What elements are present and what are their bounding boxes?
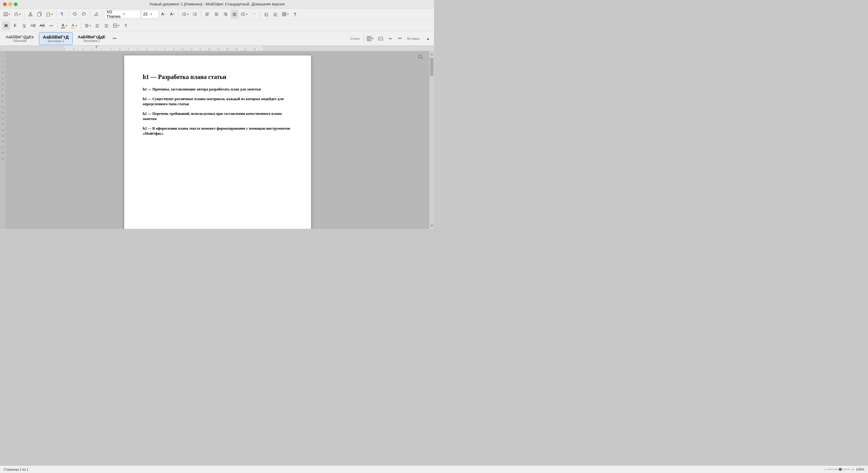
style-heading1[interactable]: АаБбВвГтД Заголовок 1 xyxy=(39,32,73,45)
right-scrollbar[interactable] xyxy=(430,51,434,229)
style-normal-label: Обычный xyxy=(13,39,26,42)
line-1: 1 xyxy=(2,53,3,58)
minimize-button[interactable] xyxy=(8,2,12,6)
doc-para-2[interactable]: h2 — Существуют различные планы материал… xyxy=(143,96,292,107)
line-14: 14 xyxy=(1,127,4,132)
line-7: 7 xyxy=(2,87,3,93)
sep2 xyxy=(56,10,56,19)
bullet-list-button[interactable]: ▾ xyxy=(180,10,190,19)
clear-format-button[interactable] xyxy=(92,10,100,19)
line-6: 6 xyxy=(2,81,3,87)
maximize-button[interactable] xyxy=(14,2,18,6)
print-button[interactable]: ▾ xyxy=(12,10,22,19)
insert-section-label: Вставка xyxy=(405,37,421,40)
strikethrough-button[interactable]: АВ xyxy=(38,21,46,30)
size-dropdown-arrow: ▾ xyxy=(151,13,157,16)
cut-button[interactable] xyxy=(26,10,35,19)
style-heading2[interactable]: АаБбВвГтДдЕ Заголовок 2 xyxy=(74,32,109,45)
svg-rect-4 xyxy=(16,12,17,14)
undo-button[interactable] xyxy=(70,10,79,19)
toolbar-row2: Ж К Ч АВ АВ ••• A ▾ A xyxy=(0,20,434,31)
svg-rect-10 xyxy=(47,13,50,16)
svg-point-15 xyxy=(182,12,183,13)
indent-left-button[interactable] xyxy=(93,21,101,30)
italic-button[interactable]: К xyxy=(11,21,19,30)
more-format-button[interactable]: ••• xyxy=(47,21,56,30)
list-indent-button[interactable]: ▾ xyxy=(83,21,93,30)
doc-para-4[interactable]: h2 — В оформлении плана текста поможет ф… xyxy=(143,126,292,137)
save-button[interactable]: ▾ xyxy=(2,10,12,19)
toolbar: ▾ ▾ ▾ xyxy=(0,8,434,46)
svg-rect-9 xyxy=(38,13,40,16)
scroll-track[interactable] xyxy=(430,57,434,223)
copy-button[interactable] xyxy=(35,10,44,19)
align-left-button[interactable] xyxy=(203,10,212,19)
line-12: 12 xyxy=(1,115,4,121)
show-formatting-button[interactable]: ¶ xyxy=(122,21,130,30)
format-painter-button[interactable] xyxy=(58,10,67,19)
collapse-toolbar-button[interactable]: ▲ xyxy=(424,34,432,43)
page[interactable]: h1 — Разработка плана статьи h2 — Причин… xyxy=(124,56,311,229)
font-size-decrease-button[interactable]: A− xyxy=(160,10,168,19)
line-17: 17 xyxy=(1,144,4,150)
svg-rect-70 xyxy=(367,36,371,40)
font-name: XO Thames xyxy=(106,10,122,19)
paragraph-mark-button[interactable]: ¶ xyxy=(291,10,299,19)
main-area: 1 2 3 4 5 6 7 8 9 10 11 12 13 14 15 16 1… xyxy=(0,51,434,229)
underline-button[interactable]: Ч xyxy=(20,21,28,30)
font-color-button[interactable]: A ▾ xyxy=(59,21,69,30)
scroll-thumb[interactable] xyxy=(430,58,433,76)
close-button[interactable] xyxy=(3,2,7,6)
style-normal[interactable]: АаБбВвГтДдЕе Обычный xyxy=(2,32,38,45)
table-cell-button[interactable]: ▾ xyxy=(111,21,121,30)
highlight-button[interactable]: A ▾ xyxy=(69,21,79,30)
scroll-up-button[interactable] xyxy=(430,51,434,57)
font-dropdown-arrow: ▾ xyxy=(123,12,138,16)
insert-table-button[interactable]: ▾ xyxy=(365,34,375,43)
font-size-selector[interactable]: 22 ▾ xyxy=(141,10,159,19)
scroll-down-button[interactable] xyxy=(430,223,434,229)
insert-image-button[interactable] xyxy=(376,34,385,43)
align-center-button[interactable] xyxy=(212,10,221,19)
window-title: Новый документ 1 [Изменен] - МойОфис Ста… xyxy=(150,2,284,6)
line-15: 15 xyxy=(1,132,4,138)
font-size: 22 xyxy=(143,12,150,16)
indent-increase-button[interactable] xyxy=(271,10,280,19)
insert-link-button[interactable] xyxy=(386,34,395,43)
line-numbers: 1 2 3 4 5 6 7 8 9 10 11 12 13 14 15 16 1… xyxy=(0,51,5,229)
ruler: -4 -3 -2 -1 1 2 3 4 5 6 7 8 9 10 11 12 1… xyxy=(0,46,434,51)
redo-button[interactable] xyxy=(80,10,88,19)
more-insert-button[interactable]: ••• xyxy=(396,34,404,43)
doc-heading1[interactable]: h1 — Разработка плана статьи xyxy=(143,73,292,81)
doc-para-1[interactable]: h2 — Причины, заставляющие автора разраб… xyxy=(143,87,292,92)
svg-text:3.: 3. xyxy=(193,14,194,16)
doc-canvas[interactable]: h1 — Разработка плана статьи h2 — Причин… xyxy=(5,51,430,229)
line-10: 10 xyxy=(1,104,4,110)
line-spacing-button[interactable]: ▾ xyxy=(239,10,249,19)
svg-point-147 xyxy=(418,55,422,58)
uppercase-button[interactable]: АВ xyxy=(29,21,37,30)
font-selector[interactable]: XO Thames ▾ xyxy=(104,10,141,19)
numbered-list-button[interactable]: 1.2.3. xyxy=(191,10,199,19)
bold-button[interactable]: Ж xyxy=(2,21,10,30)
font-size-increase-button[interactable]: A+ xyxy=(168,10,177,19)
svg-rect-11 xyxy=(47,12,49,13)
svg-point-17 xyxy=(182,13,183,14)
more-paragraph-button[interactable]: ⋯ xyxy=(250,10,258,19)
svg-point-19 xyxy=(182,15,183,16)
sep5 xyxy=(102,10,102,19)
align-justify-button[interactable] xyxy=(230,10,239,19)
more-styles-button[interactable]: ••• xyxy=(110,34,119,43)
window-controls[interactable] xyxy=(3,2,18,6)
doc-para-3[interactable]: h2 — Перечень требований, используемых п… xyxy=(143,111,292,122)
align-right-button[interactable] xyxy=(221,10,230,19)
indent-decrease-button[interactable] xyxy=(262,10,271,19)
toolbar-row1: ▾ ▾ ▾ xyxy=(0,8,434,20)
indent-right-button[interactable] xyxy=(102,21,111,30)
search-icon[interactable] xyxy=(418,54,424,61)
svg-point-76 xyxy=(379,37,380,38)
paste-button[interactable]: ▾ xyxy=(44,10,54,19)
style-normal-preview: АаБбВвГтДдЕе xyxy=(6,35,34,39)
table-options-button[interactable]: ▾ xyxy=(280,10,290,19)
sep3 xyxy=(68,10,69,19)
